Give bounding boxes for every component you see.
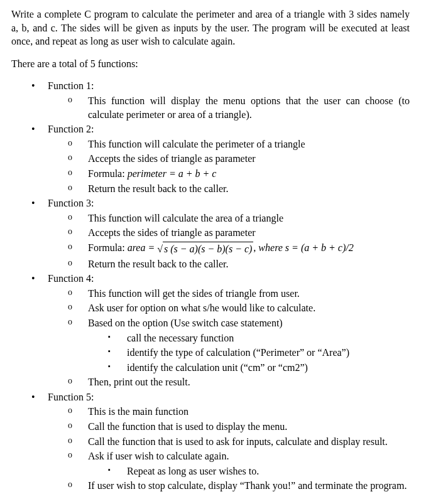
function-1: Function 1: This function will display t…	[11, 79, 410, 121]
function-2-title: Function 2:	[48, 124, 94, 134]
function-4-items: This function will get the sides of tria…	[48, 287, 410, 389]
list-item: Return the result back to the caller.	[48, 182, 410, 196]
list-item: Formula: area = √s (s − a)(s − b)(s − c)…	[48, 241, 410, 256]
list-item: Accepts the sides of triangle as paramet…	[48, 226, 410, 240]
function-3: Function 3: This function will calculate…	[11, 196, 410, 271]
function-5-items: This is the main function Call the funct…	[48, 405, 410, 493]
list-item: This function will calculate the perimet…	[48, 137, 410, 151]
function-4: Function 4: This function will get the s…	[11, 272, 410, 389]
list-item: This function will calculate the area of…	[48, 212, 410, 225]
list-item: Repeat as long as user wishes to.	[88, 464, 410, 478]
list-item: This function will get the sides of tria…	[48, 287, 410, 301]
function-3-items: This function will calculate the area of…	[48, 212, 410, 271]
function-1-items: This function will display the menu opti…	[48, 94, 410, 121]
list-item: Based on the option (Use switch case sta…	[48, 316, 410, 374]
list-item: This is the main function	[48, 405, 410, 419]
function-5-title: Function 5:	[48, 392, 94, 402]
formula-label: Formula:	[88, 242, 128, 253]
formula-area: area = √s (s − a)(s − b)(s − c), where s…	[128, 242, 354, 253]
formula-perimeter: perimeter = a + b + c	[128, 168, 217, 179]
list-item: Return the result back to the caller.	[48, 257, 410, 271]
list-item: This function will display the menu opti…	[48, 94, 410, 121]
formula-radicand: s (s − a)(s − b)(s − c)	[163, 242, 253, 256]
list-item: Formula: perimeter = a + b + c	[48, 167, 410, 181]
intro-paragraph: Write a complete C program to calculate …	[11, 8, 410, 48]
function-5: Function 5: This is the main function Ca…	[11, 390, 410, 493]
list-item: call the necessary function	[88, 331, 410, 345]
function-5-subitems: Repeat as long as user wishes to.	[88, 464, 410, 478]
formula-word: perimeter	[128, 168, 167, 179]
formula-eq: = a + b + c	[167, 168, 217, 179]
list-item: identify the calculation unit (“cm” or “…	[88, 361, 410, 375]
function-1-title: Function 1:	[48, 80, 94, 91]
functions-list: Function 1: This function will display t…	[11, 79, 410, 493]
list-item: Then, print out the result.	[48, 375, 410, 389]
function-4-subitems: call the necessary function identify the…	[88, 331, 410, 375]
function-2: Function 2: This function will calculate…	[11, 122, 410, 195]
function-4-title: Function 4:	[48, 273, 94, 284]
list-item: Accepts the sides of triangle as paramet…	[48, 152, 410, 166]
function-3-title: Function 3:	[48, 198, 94, 208]
formula-where: , where s = (a + b + c)/2	[253, 242, 353, 253]
formula-label: Formula:	[88, 168, 128, 179]
sqrt-icon: √s (s − a)(s − b)(s − c)	[157, 242, 253, 256]
formula-eq-pre: =	[145, 242, 157, 253]
list-item: identify the type of calculation (“Perim…	[88, 346, 410, 360]
list-item: Call the function that is used to displa…	[48, 420, 410, 434]
list-item-text: Based on the option (Use switch case sta…	[88, 318, 283, 328]
list-item-text: Ask if user wish to calculate again.	[88, 451, 229, 461]
list-item: If user wish to stop calculate, display …	[48, 479, 410, 493]
function-2-items: This function will calculate the perimet…	[48, 137, 410, 195]
list-item: Call the function that is used to ask fo…	[48, 435, 410, 449]
list-item: Ask user for option on what s/he would l…	[48, 301, 410, 315]
total-functions: There are a total of 5 functions:	[11, 57, 410, 71]
list-item: Ask if user wish to calculate again. Rep…	[48, 449, 410, 478]
formula-word: area	[128, 242, 146, 253]
